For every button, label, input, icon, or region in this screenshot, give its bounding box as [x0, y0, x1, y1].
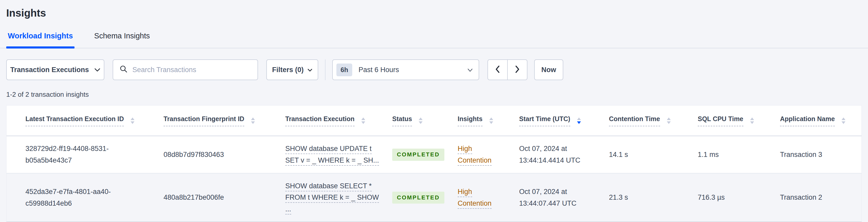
column-header-insights: Insights [457, 105, 519, 136]
time-range-picker[interactable]: 6h Past 6 Hours [332, 59, 479, 80]
previous-range-button[interactable] [488, 59, 507, 80]
column-header-contention-time: Contention Time [609, 105, 698, 136]
status-badge: COMPLETED [392, 192, 444, 203]
toolbar-divider [325, 59, 326, 80]
page-title: Insights [6, 7, 862, 19]
start-time: Oct 07, 2024 at 13:44:14.4414 UTC [519, 145, 580, 164]
insights-page: Insights Workload Insights Schema Insigh… [0, 7, 868, 222]
tab-schema-insights[interactable]: Schema Insights [93, 31, 151, 48]
sql-cpu-time: 716.3 µs [698, 193, 725, 201]
time-range-label: Past 6 Hours [359, 66, 461, 74]
chevron-down-icon [307, 66, 312, 74]
table-row: 328729d2-ff19-4408-8531-b05a5b4e43c7 08d… [6, 136, 862, 173]
column-header-latest-transaction-execution-id: Latest Transaction Execution ID [6, 105, 163, 136]
sort-icon-active-desc[interactable] [577, 118, 581, 124]
transaction-insights-table-card: Latest Transaction Execution ID Transact… [6, 105, 862, 222]
column-header-application-name: Application Name [780, 105, 862, 136]
transaction-execution-link[interactable]: SHOW database UPDATE t SET v = _ WHERE k… [285, 145, 379, 166]
transaction-insights-table: Latest Transaction Execution ID Transact… [6, 105, 862, 221]
now-button-label: Now [541, 66, 556, 74]
status-badge: COMPLETED [392, 149, 444, 161]
insight-link-high-contention[interactable]: High Contention [458, 145, 492, 166]
sort-icon[interactable] [667, 118, 671, 124]
sort-icon[interactable] [750, 118, 754, 124]
chevron-down-icon [467, 66, 473, 74]
contention-time: 14.1 s [609, 151, 628, 158]
results-summary: 1-2 of 2 transaction insights [6, 91, 862, 99]
insight-link-high-contention[interactable]: High Contention [458, 188, 492, 209]
application-name: Transaction 2 [780, 193, 822, 201]
time-interval-badge: 6h [336, 64, 352, 76]
column-header-start-time-utc: Start Time (UTC) [519, 105, 609, 136]
caret-left-icon [495, 65, 500, 74]
table-row: 452da3e7-e7fa-4801-aa40-c59988d14eb6 480… [6, 173, 862, 221]
execution-type-dropdown-label: Transaction Executions [10, 66, 89, 74]
sort-icon[interactable] [419, 118, 423, 124]
next-range-button[interactable] [507, 59, 527, 80]
column-header-transaction-fingerprint-id: Transaction Fingerprint ID [163, 105, 285, 136]
column-header-status: Status [392, 105, 457, 136]
column-header-transaction-execution: Transaction Execution [285, 105, 392, 136]
transaction-fingerprint-id: 08d8b7d97f830463 [163, 151, 224, 158]
start-time: Oct 07, 2024 at 13:44:07.447 UTC [519, 188, 577, 207]
latest-transaction-execution-id: 452da3e7-e7fa-4801-aa40-c59988d14eb6 [25, 186, 151, 209]
column-header-sql-cpu-time: SQL CPU Time [698, 105, 780, 136]
now-button[interactable]: Now [534, 59, 563, 80]
application-name: Transaction 3 [780, 151, 822, 158]
table-header-row: Latest Transaction Execution ID Transact… [6, 105, 862, 136]
tab-workload-insights[interactable]: Workload Insights [6, 31, 74, 48]
sort-icon[interactable] [251, 118, 255, 124]
sql-cpu-time: 1.1 ms [698, 151, 719, 158]
latest-transaction-execution-id: 328729d2-ff19-4408-8531-b05a5b4e43c7 [25, 143, 151, 166]
sort-icon[interactable] [361, 118, 365, 124]
sort-icon[interactable] [489, 118, 493, 124]
time-range-nav [488, 59, 527, 80]
contention-time: 21.3 s [609, 193, 628, 201]
filters-button[interactable]: Filters (0) [266, 59, 318, 80]
chevron-down-icon [94, 66, 100, 74]
search-input[interactable] [132, 66, 251, 74]
tab-bar: Workload Insights Schema Insights [0, 31, 868, 49]
sort-icon[interactable] [130, 118, 134, 124]
search-icon [119, 65, 128, 75]
toolbar: Transaction Executions Filters (0) 6h Pa… [6, 59, 862, 80]
search-box [113, 59, 258, 80]
transaction-fingerprint-id: 480a8b217be006fe [163, 193, 224, 201]
sort-icon[interactable] [841, 118, 845, 124]
transaction-execution-link[interactable]: SHOW database SELECT * FROM t WHERE k = … [285, 182, 379, 215]
execution-type-dropdown[interactable]: Transaction Executions [6, 59, 104, 80]
filters-button-label: Filters (0) [272, 66, 304, 74]
caret-right-icon [515, 65, 520, 74]
